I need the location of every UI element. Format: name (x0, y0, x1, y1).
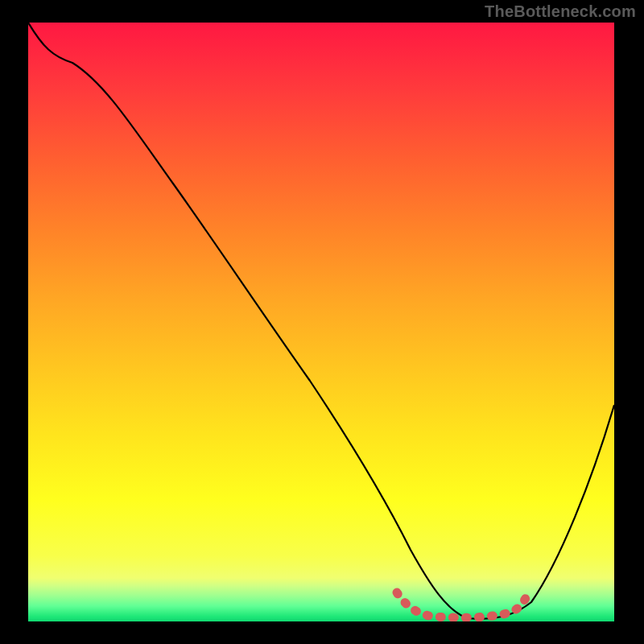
bottleneck-curve (28, 23, 614, 619)
curve-svg (28, 23, 614, 621)
plot-area (28, 23, 614, 621)
optimal-segment-marker (397, 592, 526, 617)
watermark-text: TheBottleneck.com (485, 2, 636, 21)
chart-frame: TheBottleneck.com (0, 0, 644, 644)
